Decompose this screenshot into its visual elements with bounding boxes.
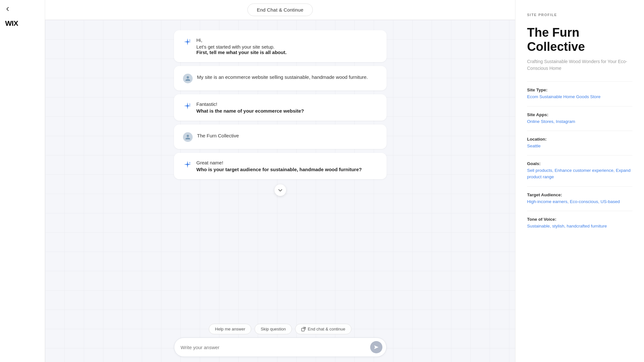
bot-msg3-line1: Great name! bbox=[197, 160, 378, 165]
bot-msg1-line2: Let's get started with your site setup. bbox=[197, 44, 378, 50]
target-audience-value: High-income earners, Eco-conscious, US-b… bbox=[527, 199, 632, 205]
bot-message-2: Fantastic! What is the name of your ecom… bbox=[174, 94, 387, 121]
bot-sparkle-icon-1 bbox=[183, 37, 192, 46]
bot-msg3-line2: Who is your target audience for sustaina… bbox=[197, 167, 378, 172]
site-title: The Furn Collective bbox=[527, 26, 632, 54]
bot-msg2-line2: What is the name of your ecommerce websi… bbox=[197, 108, 378, 114]
bot-sparkle-icon-3 bbox=[183, 160, 192, 169]
chevron-down-icon bbox=[278, 188, 283, 193]
goals-value: Sell products, Enhance customer experien… bbox=[527, 167, 632, 181]
bot-message-3-text: Great name! Who is your target audience … bbox=[197, 160, 378, 172]
external-link-icon bbox=[301, 327, 306, 331]
wix-logo: WIX bbox=[5, 19, 18, 28]
end-chat-button[interactable]: End Chat & Continue bbox=[247, 4, 313, 16]
right-panel: SITE PROFILE The Furn Collective Craftin… bbox=[515, 0, 644, 362]
profile-tone-of-voice: Tone of Voice: Sustainable, stylish, han… bbox=[527, 217, 632, 229]
user-avatar-2 bbox=[183, 132, 193, 142]
divider-5 bbox=[527, 186, 632, 187]
divider-2 bbox=[527, 106, 632, 107]
scroll-down-button[interactable] bbox=[274, 184, 286, 196]
profile-target-audience: Target Audience: High-income earners, Ec… bbox=[527, 192, 632, 205]
bot-msg2-line1: Fantastic! bbox=[197, 101, 378, 107]
main-area: End Chat & Continue Hi, Let's get starte… bbox=[45, 0, 515, 362]
divider-6 bbox=[527, 211, 632, 211]
site-apps-label: Site Apps: bbox=[527, 112, 632, 117]
location-label: Location: bbox=[527, 137, 632, 142]
user-message-2-text: The Furn Collective bbox=[197, 132, 239, 138]
back-button[interactable] bbox=[5, 6, 10, 12]
bottom-bar: Help me answer Skip question End chat & … bbox=[45, 321, 515, 362]
back-icon bbox=[5, 6, 10, 12]
location-value: Seattle bbox=[527, 143, 632, 149]
chat-container[interactable]: Hi, Let's get started with your site set… bbox=[45, 20, 515, 321]
site-type-value: Ecom Sustainable Home Goods Store bbox=[527, 94, 632, 100]
top-bar: End Chat & Continue bbox=[45, 0, 515, 20]
help-me-answer-label: Help me answer bbox=[215, 327, 245, 331]
end-chat-continue-small-label: End chat & continue bbox=[308, 327, 345, 331]
send-button[interactable] bbox=[370, 341, 382, 353]
tone-of-voice-value: Sustainable, stylish, handcrafted furnit… bbox=[527, 223, 632, 229]
end-chat-continue-small-button[interactable]: End chat & continue bbox=[295, 324, 351, 334]
skip-question-label: Skip question bbox=[261, 327, 286, 331]
profile-site-type: Site Type: Ecom Sustainable Home Goods S… bbox=[527, 88, 632, 100]
bot-message-1: Hi, Let's get started with your site set… bbox=[174, 30, 387, 62]
site-subtitle: Crafting Sustainable Wood Wonders for Yo… bbox=[527, 58, 632, 72]
goals-label: Goals: bbox=[527, 161, 632, 166]
user-icon-1 bbox=[185, 76, 191, 81]
profile-location: Location: Seattle bbox=[527, 137, 632, 149]
answer-input[interactable] bbox=[181, 345, 370, 350]
divider-4 bbox=[527, 155, 632, 155]
left-panel: WIX bbox=[0, 0, 45, 362]
site-profile-label: SITE PROFILE bbox=[527, 13, 632, 17]
profile-site-apps: Site Apps: Online Stores, Instagram bbox=[527, 112, 632, 125]
site-type-label: Site Type: bbox=[527, 88, 632, 92]
user-message-1: My site is an ecommerce website selling … bbox=[174, 66, 387, 90]
user-avatar-1 bbox=[183, 74, 193, 83]
bot-msg1-line3: First, tell me what your site is all abo… bbox=[197, 50, 378, 55]
input-row bbox=[174, 338, 387, 357]
tone-of-voice-label: Tone of Voice: bbox=[527, 217, 632, 222]
user-message-2: The Furn Collective bbox=[174, 125, 387, 149]
skip-question-button[interactable]: Skip question bbox=[255, 324, 292, 334]
user-message-1-text: My site is an ecommerce website selling … bbox=[197, 73, 368, 80]
divider-3 bbox=[527, 131, 632, 131]
bot-message-3: Great name! Who is your target audience … bbox=[174, 153, 387, 179]
bot-message-1-text: Hi, Let's get started with your site set… bbox=[197, 37, 378, 55]
site-apps-value: Online Stores, Instagram bbox=[527, 118, 632, 125]
chat-messages: Hi, Let's get started with your site set… bbox=[174, 30, 387, 181]
quick-actions: Help me answer Skip question End chat & … bbox=[209, 324, 351, 334]
bot-msg1-line1: Hi, bbox=[197, 37, 378, 43]
bot-sparkle-icon-2 bbox=[183, 101, 192, 110]
target-audience-label: Target Audience: bbox=[527, 192, 632, 197]
user-icon-2 bbox=[185, 134, 191, 140]
bot-message-2-text: Fantastic! What is the name of your ecom… bbox=[197, 101, 378, 114]
divider-1 bbox=[527, 81, 632, 82]
profile-goals: Goals: Sell products, Enhance customer e… bbox=[527, 161, 632, 181]
send-icon bbox=[373, 344, 379, 350]
help-me-answer-button[interactable]: Help me answer bbox=[209, 324, 251, 334]
